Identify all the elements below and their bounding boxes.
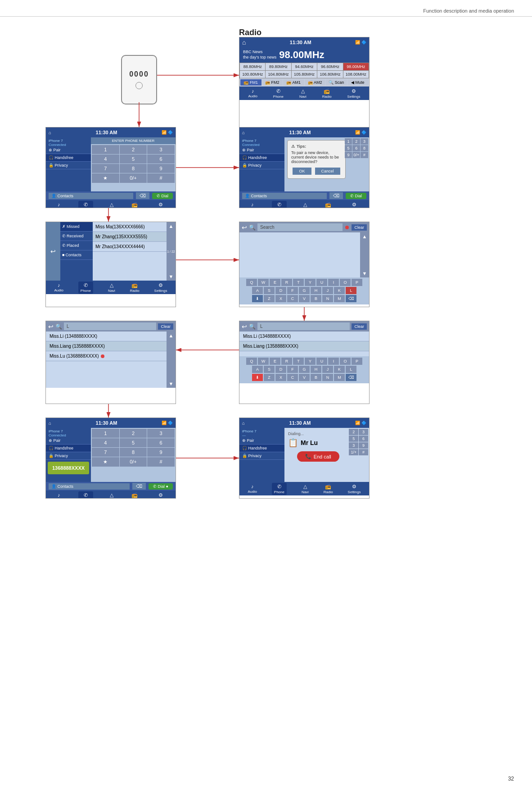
- nav-settings[interactable]: ⚙Settings: [347, 88, 361, 99]
- dln-1[interactable]: 1: [92, 429, 119, 438]
- dln-2[interactable]: 2: [120, 429, 147, 438]
- crr-key-n[interactable]: N: [322, 374, 333, 381]
- bt-pair[interactable]: iPhone 7 Connected ⊕ Pair: [46, 137, 91, 154]
- tip-privacy[interactable]: 🔒 Privacy: [239, 162, 284, 169]
- calllog-entry-0[interactable]: Miss Ma(136XXXX6666): [93, 222, 167, 232]
- key-o[interactable]: O: [340, 279, 351, 286]
- dln-8[interactable]: 8: [120, 448, 147, 457]
- key-v[interactable]: V: [299, 295, 310, 302]
- crl-scroll-up[interactable]: ▲: [169, 333, 174, 338]
- nav-settings-bt[interactable]: ⚙Settings: [154, 202, 167, 209]
- key-h[interactable]: H: [311, 287, 321, 294]
- mute-btn[interactable]: ◀ Mute: [347, 79, 369, 86]
- fm1-btn[interactable]: 📻 FM1: [240, 79, 261, 86]
- crr-key-b[interactable]: B: [311, 374, 321, 381]
- key-f[interactable]: F: [287, 287, 298, 294]
- crr-key-e[interactable]: E: [270, 358, 280, 365]
- dl-pair[interactable]: iPhone 7 Connected ⊕ Pair: [46, 428, 91, 445]
- tn6[interactable]: 6: [352, 145, 360, 151]
- dln-0[interactable]: 0/+: [120, 457, 147, 467]
- drn-9[interactable]: 9: [359, 442, 368, 449]
- nav-phone-bt[interactable]: ✆Phone: [78, 201, 93, 209]
- drn-5[interactable]: 5: [349, 436, 358, 442]
- num-9[interactable]: 9: [147, 164, 175, 173]
- crr-key-p[interactable]: P: [352, 358, 362, 365]
- crr-key-g[interactable]: G: [299, 366, 310, 373]
- crr-back-btn[interactable]: ↩: [242, 323, 247, 330]
- nav-audio-cl[interactable]: ♪Audio: [54, 282, 63, 292]
- home-icon[interactable]: ⌂: [49, 421, 51, 426]
- scroll-up[interactable]: ▲: [169, 223, 174, 229]
- drn-2[interactable]: 2: [349, 429, 358, 435]
- num-star[interactable]: ★: [92, 173, 119, 183]
- preset-105[interactable]: 105.80MHz: [292, 71, 317, 78]
- nav-audio-dl[interactable]: ♪Audio: [54, 492, 63, 499]
- crr-key-f[interactable]: F: [287, 366, 298, 373]
- dl-backspace-btn[interactable]: ⌫: [132, 483, 146, 490]
- crr-key-q[interactable]: Q: [246, 358, 257, 365]
- home-icon[interactable]: ⌂: [242, 130, 245, 135]
- crr-key-u[interactable]: U: [316, 358, 327, 365]
- crr-key-z[interactable]: Z: [264, 374, 275, 381]
- tnh[interactable]: #: [361, 152, 368, 158]
- num-1[interactable]: 1: [92, 145, 119, 154]
- preset-98[interactable]: 98.00MHz: [343, 63, 369, 70]
- dl-contacts-btn[interactable]: 👤 Contacts: [49, 483, 130, 490]
- ok-button[interactable]: OK: [293, 168, 311, 175]
- nav-settings-dr[interactable]: ⚙Settings: [348, 484, 361, 494]
- dln-4[interactable]: 4: [92, 438, 119, 447]
- nav-audio-dr[interactable]: ♪Audio: [248, 484, 257, 494]
- dl-handsfree[interactable]: 🎧 Handsfree: [46, 445, 91, 452]
- key-r[interactable]: R: [281, 279, 292, 286]
- search-input-top[interactable]: Search: [257, 223, 343, 231]
- search-back-btn[interactable]: ↩: [242, 224, 247, 231]
- home-icon[interactable]: ⌂: [49, 130, 51, 135]
- key-a[interactable]: A: [252, 287, 263, 294]
- dln-5[interactable]: 5: [120, 438, 147, 447]
- num-8[interactable]: 8: [120, 164, 147, 173]
- crr-key-v[interactable]: V: [299, 374, 310, 381]
- nav-navi-dl[interactable]: △Navi: [108, 492, 115, 499]
- num-7[interactable]: 7: [92, 164, 119, 173]
- calllog-entry-2[interactable]: Mr Zhao(134XXXX4444): [93, 242, 167, 252]
- scan-btn[interactable]: 🔍 Scan: [326, 79, 347, 86]
- dln-6[interactable]: 6: [147, 438, 175, 447]
- preset-89[interactable]: 89.80MHz: [266, 63, 291, 70]
- key-t[interactable]: T: [293, 279, 304, 286]
- search-scroll-down[interactable]: ▼: [362, 271, 367, 276]
- tn8[interactable]: 8: [361, 145, 368, 151]
- tip-dial[interactable]: ✆ Dial: [346, 193, 366, 199]
- key-u[interactable]: U: [316, 279, 327, 286]
- key-m[interactable]: M: [334, 295, 345, 302]
- drn-h[interactable]: #: [359, 449, 368, 455]
- tip-contacts[interactable]: 👤 Contacts: [242, 193, 327, 199]
- key-w[interactable]: W: [258, 279, 269, 286]
- nav-settings-dl[interactable]: ⚙Settings: [154, 492, 167, 499]
- crr-key-l[interactable]: L: [346, 366, 356, 373]
- nav-radio-tip[interactable]: 📻Radio: [324, 202, 333, 209]
- crr-key-i[interactable]: I: [328, 358, 339, 365]
- key-p[interactable]: P: [352, 279, 362, 286]
- scroll-down[interactable]: ▼: [169, 274, 174, 279]
- crr-key-m[interactable]: M: [334, 374, 345, 381]
- nav-audio-bt[interactable]: ♪Audio: [54, 202, 63, 208]
- nav-settings-cl[interactable]: ⚙Settings: [154, 282, 167, 293]
- bt-privacy[interactable]: 🔒 Privacy: [46, 162, 91, 169]
- key-q[interactable]: Q: [246, 279, 257, 286]
- am2-btn[interactable]: 📻 AM2: [305, 79, 326, 86]
- dl-dial-btn[interactable]: ✆ Dial ●: [149, 483, 173, 490]
- drn-6[interactable]: 6: [359, 436, 368, 442]
- tn2[interactable]: 2: [352, 138, 360, 145]
- nav-radio-dr[interactable]: 📻Radio: [324, 484, 333, 494]
- calllog-contacts[interactable]: ■ Contacts: [60, 250, 93, 260]
- num-hash[interactable]: #: [147, 173, 175, 183]
- key-n[interactable]: N: [322, 295, 333, 302]
- crr-key-c[interactable]: C: [287, 374, 298, 381]
- search-clear-top[interactable]: Clear: [352, 224, 367, 231]
- end-call-button[interactable]: 📞 End call: [297, 451, 339, 462]
- crr-key-o[interactable]: O: [340, 358, 351, 365]
- key-c[interactable]: C: [287, 295, 298, 302]
- crr-key-d[interactable]: D: [275, 366, 286, 373]
- dln-hash[interactable]: #: [147, 457, 175, 467]
- num-3[interactable]: 3: [147, 145, 175, 154]
